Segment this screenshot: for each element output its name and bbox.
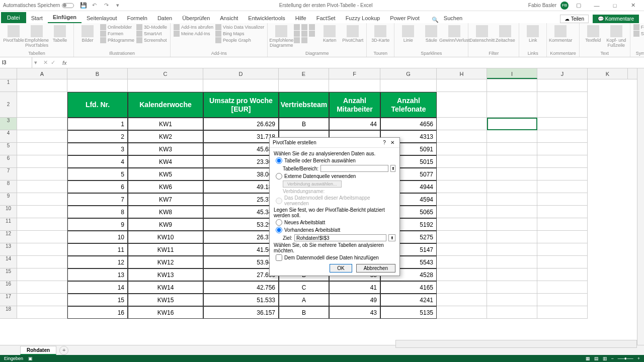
tab-start[interactable]: Start xyxy=(26,13,48,23)
search-icon[interactable]: 🔍 xyxy=(432,17,439,23)
chart2-icon[interactable] xyxy=(301,24,307,30)
cell-telefonate[interactable]: 4656 xyxy=(380,118,437,130)
cell-selected[interactable] xyxy=(487,118,537,130)
smartart-button[interactable]: SmartArt xyxy=(136,31,167,37)
col-header-j[interactable]: J xyxy=(537,68,588,79)
col-header-g[interactable]: G xyxy=(380,68,437,79)
chart4-icon[interactable] xyxy=(294,31,300,37)
cell-selected[interactable] xyxy=(487,143,537,155)
vertical-scrollbar[interactable] xyxy=(637,68,644,345)
row-header[interactable]: 16 xyxy=(0,281,17,294)
3dmap-button[interactable]: 3D-Karte xyxy=(370,24,391,43)
tab-ueberpruefen[interactable]: Überprüfen xyxy=(177,13,215,23)
screenshot-button[interactable]: Screenshot xyxy=(136,37,167,43)
equation-button[interactable]: Formel xyxy=(633,24,644,30)
row-header[interactable]: 18 xyxy=(0,306,17,319)
cell-lfdnr[interactable]: 11 xyxy=(67,243,128,256)
view-normal-icon[interactable]: ▦ xyxy=(586,356,590,361)
cell-telefonate[interactable]: 4165 xyxy=(380,281,437,294)
dialog-help-icon[interactable]: ? xyxy=(380,140,388,145)
row-header[interactable]: 14 xyxy=(0,256,17,268)
col-header-e[interactable]: E xyxy=(279,68,329,79)
th-mitarbeiter[interactable]: Anzahl Mitarbeiter xyxy=(329,92,380,118)
th-telefonate[interactable]: Anzahl Telefonate xyxy=(380,92,437,118)
view-pagebreak-icon[interactable]: ▥ xyxy=(603,356,607,361)
cell-team[interactable]: B xyxy=(279,118,329,130)
cell-umsatz[interactable]: 23.308 xyxy=(203,155,279,168)
minimize-icon[interactable]: — xyxy=(589,1,605,11)
cell-umsatz[interactable]: 49.189 xyxy=(203,180,279,193)
row-header[interactable]: 5 xyxy=(0,143,17,155)
row-header[interactable]: 11 xyxy=(0,218,17,231)
symbol-button[interactable]: Symbol xyxy=(633,31,644,37)
link-button[interactable]: Link xyxy=(522,24,543,43)
zoom-out-icon[interactable]: − xyxy=(611,356,614,361)
chart3-icon[interactable] xyxy=(309,24,315,30)
cell-umsatz[interactable]: 38.068 xyxy=(203,168,279,180)
cell-umsatz[interactable]: 26.629 xyxy=(203,118,279,130)
radio-existing-sheet[interactable]: Vorhandenes Arbeitsblatt xyxy=(276,227,395,233)
row-header[interactable]: 3 xyxy=(0,118,17,130)
table-button[interactable]: Tabelle xyxy=(49,24,70,43)
cell-kw[interactable]: KW10 xyxy=(128,231,203,243)
pivottable-button[interactable]: PivotTable xyxy=(3,24,24,43)
horizontal-scrollbar[interactable] xyxy=(395,340,637,348)
tab-seitenlayout[interactable]: Seitenlayout xyxy=(82,13,122,23)
cell-selected[interactable] xyxy=(487,168,537,180)
3dmodels-button[interactable]: 3D-Modelle xyxy=(136,24,167,30)
row-header[interactable]: 7 xyxy=(0,168,17,180)
col-header-a[interactable]: A xyxy=(17,68,67,79)
cell-selected[interactable] xyxy=(487,294,537,306)
row-header[interactable]: 12 xyxy=(0,231,17,243)
cell-selected[interactable] xyxy=(487,193,537,206)
cell-lfdnr[interactable]: 8 xyxy=(67,206,128,218)
toggle-icon[interactable] xyxy=(62,3,74,8)
cell-lfdnr[interactable]: 5 xyxy=(67,168,128,180)
cell-umsatz[interactable]: 36.157 xyxy=(203,306,279,319)
row-header[interactable]: 9 xyxy=(0,193,17,206)
cell-lfdnr[interactable]: 4 xyxy=(67,155,128,168)
th-kw[interactable]: Kalenderwoche xyxy=(128,92,203,118)
cell-selected[interactable] xyxy=(487,180,537,193)
cell-lfdnr[interactable]: 1 xyxy=(67,118,128,130)
checkbox-data-model[interactable]: Dem Datenmodell diese Daten hinzufügen xyxy=(276,254,395,261)
sparkline-winloss-button[interactable]: Gewinn/Verlust xyxy=(444,24,465,43)
pictures-button[interactable]: Bilder xyxy=(77,24,98,43)
textbox-button[interactable]: Textfeld xyxy=(583,24,604,43)
visio-button[interactable]: Visio Data Visualizer xyxy=(215,24,264,30)
cell-kw[interactable]: KW6 xyxy=(128,180,203,193)
col-header-i[interactable]: I xyxy=(487,68,537,79)
cell-kw[interactable]: KW11 xyxy=(128,243,203,256)
formula-input[interactable] xyxy=(70,62,644,64)
recommended-charts-button[interactable]: Empfohlene Diagramme xyxy=(271,24,292,48)
select-all-corner[interactable] xyxy=(0,68,17,79)
user-name[interactable]: Fabio Basler xyxy=(528,3,556,8)
ribbon-options-icon[interactable]: ▢ xyxy=(571,1,587,11)
comment-button[interactable]: Kommentar xyxy=(550,24,571,43)
peoplegraph-button[interactable]: People Graph xyxy=(215,37,264,43)
cell-mitarbeiter[interactable]: 43 xyxy=(329,306,380,319)
ok-button[interactable]: OK xyxy=(330,264,352,273)
cell-selected[interactable] xyxy=(487,130,537,143)
checkbox-data-model-input[interactable] xyxy=(276,254,282,261)
sheet-tab-rohdaten[interactable]: Rohdaten xyxy=(20,346,56,355)
col-header-h[interactable]: H xyxy=(437,68,487,79)
online-pictures-button[interactable]: Onlinebilder xyxy=(100,24,134,30)
cell-lfdnr[interactable]: 3 xyxy=(67,143,128,155)
qat-more-icon[interactable]: ▾ xyxy=(116,2,123,9)
cell-kw[interactable]: KW14 xyxy=(128,281,203,294)
cancel-formula-icon[interactable]: ✕ xyxy=(43,59,48,66)
sparkline-column-button[interactable]: Säule xyxy=(421,24,442,43)
search-label[interactable]: Suchen xyxy=(439,13,467,23)
radio-existing-sheet-input[interactable] xyxy=(276,227,282,233)
radio-table-range[interactable]: Tabelle oder Bereich auswählen xyxy=(276,157,395,164)
add-sheet-button[interactable]: + xyxy=(59,346,68,355)
cell-lfdnr[interactable]: 13 xyxy=(67,268,128,281)
cell-kw[interactable]: KW12 xyxy=(128,256,203,268)
cell-selected[interactable] xyxy=(487,218,537,231)
cell-umsatz[interactable]: 53.298 xyxy=(203,218,279,231)
cell-kw[interactable]: KW5 xyxy=(128,168,203,180)
cell-mitarbeiter[interactable]: 44 xyxy=(329,118,380,130)
undo-icon[interactable]: ↶ xyxy=(92,2,99,9)
radio-external-source[interactable]: Externe Datenquelle verwenden xyxy=(276,173,395,179)
